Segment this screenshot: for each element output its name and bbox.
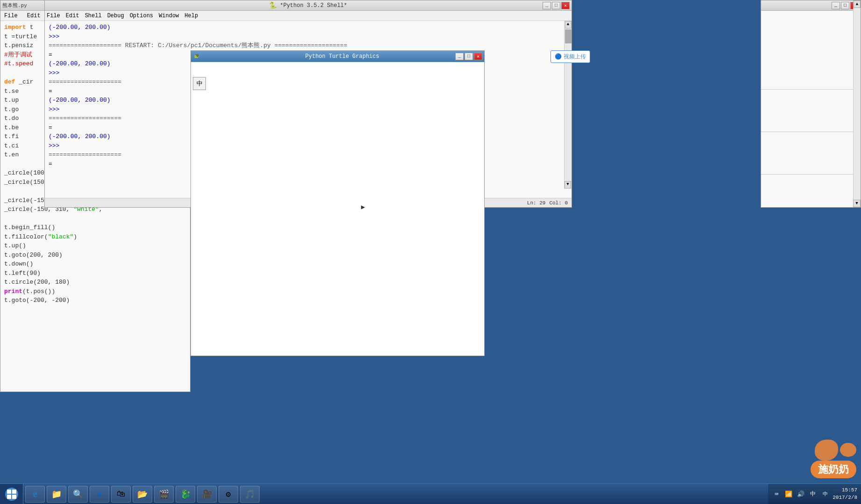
taskbar-search[interactable]: 🔍: [68, 486, 88, 503]
tray-date: 2017/2/8: [833, 494, 857, 501]
shell-title-icon: 🐍: [269, 1, 277, 9]
turtle-cursor: ▶: [361, 203, 365, 211]
turtle-zh-button[interactable]: 中: [193, 77, 206, 90]
taskbar-folder2[interactable]: 📂: [133, 486, 152, 503]
tray-network-icon[interactable]: 📶: [784, 490, 793, 499]
taskbar-file-explorer[interactable]: 📁: [47, 486, 66, 503]
shell-menu-shell[interactable]: Shell: [85, 13, 102, 19]
branding-overlay: 施奶奶: [811, 440, 856, 478]
shell-menu-options[interactable]: Options: [130, 13, 153, 19]
shell-menu-window[interactable]: Window: [159, 13, 179, 19]
turtle-title-text: Python Turtle Graphics: [203, 53, 481, 60]
edge-icon: ◈: [94, 489, 105, 500]
music-icon: 🎵: [244, 489, 255, 500]
taskbar-store[interactable]: 🛍: [111, 486, 131, 503]
scroll-thumb[interactable]: [565, 29, 572, 43]
shell-col: Col: 0: [549, 200, 568, 206]
shell-title-text: *Python 3.5.2 Shell*: [280, 2, 347, 9]
svg-rect-1: [12, 490, 16, 494]
svg-rect-3: [12, 495, 16, 499]
right-panel: _ □ ✕ ▲ ▼: [761, 0, 861, 208]
turtle-window-icon: 🐢: [194, 53, 200, 60]
shell-scrollbar[interactable]: ▲ ▼: [564, 21, 572, 189]
svg-rect-0: [7, 490, 11, 494]
folder2-icon: 📂: [137, 489, 148, 500]
paw-icon-1: [815, 440, 838, 461]
desktop: 熊本熊.py _ □ ✕ File Edit Format Run Option…: [0, 0, 861, 504]
tray-language-zh[interactable]: 中: [808, 490, 818, 499]
turtle-canvas[interactable]: 中 ▶: [191, 62, 484, 356]
paw-icon-2: [840, 443, 856, 457]
media-icon: 🎬: [158, 489, 169, 500]
shell-line-1: (-200.00, 200.00): [49, 23, 558, 32]
video-icon: 🎥: [201, 489, 212, 500]
taskbar-music[interactable]: 🎵: [240, 486, 260, 503]
file-explorer-icon: 📁: [51, 489, 62, 500]
tray-clock[interactable]: 15:57 2017/2/8: [833, 487, 857, 501]
windows-logo-icon: [5, 488, 18, 501]
turtle-close-btn[interactable]: ✕: [474, 53, 482, 60]
branding-tag: 施奶奶: [811, 461, 856, 478]
shell-menu-edit[interactable]: Edit: [66, 13, 79, 19]
taskbar-edge[interactable]: ◈: [90, 486, 109, 503]
shell-title-bar[interactable]: 🐍 *Python 3.5.2 Shell* _ □ ✕: [45, 0, 572, 11]
editor-menu-file[interactable]: File: [2, 12, 20, 20]
right-panel-max[interactable]: □: [841, 2, 849, 9]
scroll-up-arrow[interactable]: ▲: [565, 21, 572, 28]
tray-lang2[interactable]: 中: [820, 490, 830, 499]
shell-menu-bar: File Edit Shell Debug Options Window Hel…: [45, 11, 572, 21]
taskbar-media[interactable]: 🎬: [154, 486, 174, 503]
taskbar-video[interactable]: 🎥: [197, 486, 217, 503]
shell-menu-file[interactable]: File: [47, 13, 60, 19]
tray-keyboard-icon[interactable]: ⌨: [772, 490, 781, 499]
taskbar-control[interactable]: ⚙: [219, 486, 238, 503]
tray-icons: ⌨ 📶 🔊 中 中: [772, 490, 830, 499]
turtle-title-bar[interactable]: 🐢 Python Turtle Graphics _ □ ✕: [191, 51, 484, 62]
turtle-graphics-window: 🐢 Python Turtle Graphics _ □ ✕ 中 ▶: [191, 50, 485, 356]
shell-close-btn[interactable]: ✕: [561, 2, 570, 9]
taskbar-ie[interactable]: e: [25, 486, 45, 503]
turtle-maximize-btn[interactable]: □: [465, 53, 473, 60]
upload-button[interactable]: 🔵 视频上传: [550, 50, 590, 63]
search-icon: 🔍: [72, 489, 84, 500]
taskbar-items: e 📁 🔍 ◈ 🛍 📂 🎬: [23, 484, 768, 504]
start-button[interactable]: [0, 484, 23, 504]
app8-icon: 🐉: [180, 489, 191, 500]
store-icon: 🛍: [115, 489, 127, 500]
shell-menu-help[interactable]: Help: [184, 13, 198, 19]
right-panel-scrollbar[interactable]: ▲ ▼: [853, 0, 861, 207]
shell-menu-debug[interactable]: Debug: [107, 13, 124, 19]
editor-menu-edit[interactable]: Edit: [25, 12, 42, 20]
taskbar-app8[interactable]: 🐉: [176, 486, 195, 503]
taskbar-tray: ⌨ 📶 🔊 中 中 15:57 2017/2/8: [768, 484, 861, 504]
svg-rect-2: [7, 495, 11, 499]
right-panel-min[interactable]: _: [832, 2, 840, 9]
tray-time: 15:57: [833, 487, 857, 494]
turtle-minimize-btn[interactable]: _: [455, 53, 464, 60]
upload-icon: 🔵: [555, 53, 562, 60]
shell-minimize-btn[interactable]: _: [543, 2, 551, 9]
shell-maximize-btn[interactable]: □: [552, 2, 560, 9]
editor-title-text: 熊本熊.py: [2, 2, 27, 9]
ie-icon: e: [29, 489, 41, 500]
taskbar: e 📁 🔍 ◈ 🛍 📂 🎬: [0, 483, 861, 504]
tray-volume-icon[interactable]: 🔊: [796, 490, 805, 499]
control-icon: ⚙: [223, 489, 234, 500]
upload-label: 视频上传: [564, 53, 586, 61]
shell-ln: Ln: 29: [527, 200, 546, 206]
shell-restart-line: ==================== RESTART: C:/Users/p…: [49, 41, 558, 50]
scroll-down-arrow[interactable]: ▼: [565, 181, 571, 189]
branding-paws: [815, 440, 856, 461]
shell-line-2: >>>: [49, 32, 558, 42]
